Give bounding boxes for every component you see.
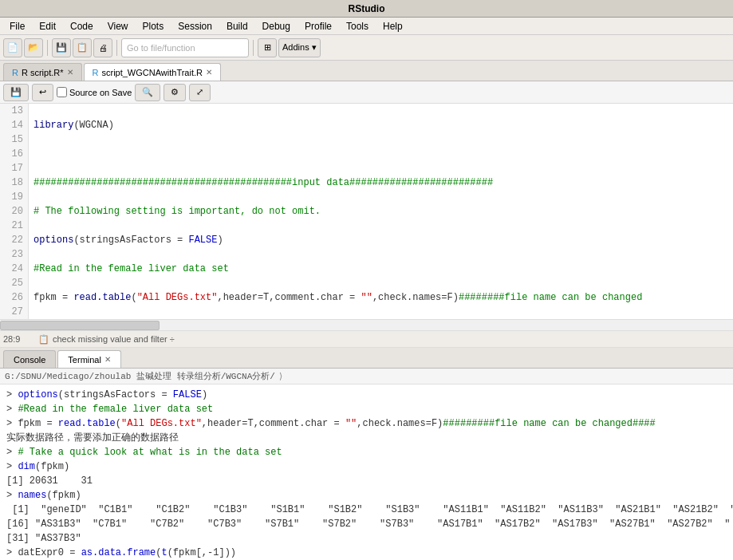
code-line-19: fpkm = read.table("All DEGs.txt",header=… — [33, 290, 728, 305]
editor: 13 14 15 16 17 18 19 20 21 22 23 24 25 2… — [0, 104, 733, 319]
status-message: check missing value and filter ÷ — [53, 334, 175, 344]
tab-rscript-icon: R — [12, 68, 18, 77]
source-on-save-checkbox[interactable] — [57, 87, 67, 97]
status-bar: 28:9 📋 check missing value and filter ÷ — [0, 330, 733, 348]
line-num: 16 — [5, 147, 23, 161]
line-numbers: 13 14 15 16 17 18 19 20 21 22 23 24 25 2… — [0, 104, 29, 319]
line-num: 22 — [5, 233, 23, 247]
terminal-line-7: [1] 20631 31 — [6, 474, 727, 488]
status-icon: 📋 — [38, 334, 49, 345]
menu-session[interactable]: Session — [171, 19, 219, 34]
tab-wgcna[interactable]: R script_WGCNAwithTrait.R ✕ — [84, 63, 221, 81]
line-num: 14 — [5, 118, 23, 132]
app-title: RStudio — [349, 3, 385, 14]
save-all-button[interactable]: 📋 — [73, 38, 92, 57]
code-line-18: #Read in the female liver data set — [33, 262, 728, 276]
separator-3 — [253, 40, 254, 56]
terminal-line-8: > names(fpkm) — [6, 488, 727, 503]
line-num: 21 — [5, 219, 23, 233]
tab-terminal[interactable]: Terminal ✕ — [57, 350, 121, 368]
new-file-button[interactable]: 📄 — [3, 38, 22, 57]
addins-button[interactable]: Addins ▾ — [278, 38, 321, 57]
line-num: 17 — [5, 161, 23, 175]
menu-edit[interactable]: Edit — [33, 19, 62, 34]
tab-rscript-label: R script.R* — [22, 68, 64, 77]
terminal-line-2: > #Read in the female liver data set — [6, 402, 727, 416]
line-num: 25 — [5, 276, 23, 290]
save-source-button[interactable]: 💾 — [3, 84, 29, 101]
tabs-bar: R R script.R* ✕ R script_WGCNAwithTrait.… — [0, 61, 733, 81]
terminal-line-11: [31] "AS37B3" — [6, 531, 727, 546]
tab-wgcna-label: script_WGCNAwithTrait.R — [101, 68, 203, 77]
menu-profile[interactable]: Profile — [298, 19, 338, 34]
terminal-output[interactable]: > options(stringsAsFactors = FALSE) > #R… — [0, 385, 733, 560]
goto-placeholder: Go to file/function — [127, 43, 195, 53]
save-button[interactable]: 💾 — [52, 38, 71, 57]
source-on-save-label: Source on Save — [57, 87, 132, 97]
panel-tabs: Console Terminal ✕ — [0, 348, 733, 369]
path-icon: ⟩ — [278, 371, 284, 381]
options-button[interactable]: ⚙ — [164, 84, 186, 101]
path-bar: G:/SDNU/Medicago/zhoulab 盐碱处理 转录组分析/WGCN… — [0, 369, 733, 385]
title-bar: RStudio — [0, 0, 733, 18]
code-line-15: ########################################… — [33, 175, 728, 190]
tab-rscript-close[interactable]: ✕ — [67, 68, 73, 77]
separator-2 — [116, 40, 117, 56]
bottom-panel: Console Terminal ✕ G:/SDNU/Medicago/zhou… — [0, 348, 733, 560]
line-num: 13 — [5, 104, 23, 118]
code-line-14 — [33, 147, 728, 161]
menu-build[interactable]: Build — [220, 19, 254, 34]
tab-terminal-close[interactable]: ✕ — [104, 355, 111, 364]
undo-button[interactable]: ↩ — [32, 84, 53, 101]
menu-bar: File Edit Code View Plots Session Build … — [0, 18, 733, 35]
line-num: 19 — [5, 190, 23, 204]
tab-terminal-label: Terminal — [68, 355, 101, 365]
line-num: 27 — [5, 305, 23, 319]
toolbar: 📄 📂 💾 📋 🖨 Go to file/function ⊞ Addins ▾ — [0, 35, 733, 61]
menu-view[interactable]: View — [101, 19, 135, 34]
cursor-position: 28:9 — [3, 334, 35, 344]
menu-code[interactable]: Code — [64, 19, 100, 34]
goto-file-input[interactable]: Go to file/function — [121, 38, 249, 57]
h-scrollbar[interactable] — [0, 319, 733, 330]
tab-rscript[interactable]: R R script.R* ✕ — [3, 63, 82, 81]
tab-wgcna-icon: R — [93, 68, 99, 77]
terminal-line-6: > dim(fpkm) — [6, 459, 727, 474]
tab-console-label: Console — [14, 355, 45, 365]
code-line-16: # The following setting is important, do… — [33, 204, 728, 219]
menu-debug[interactable]: Debug — [256, 19, 297, 34]
terminal-line-5: > # Take a quick look at what is in the … — [6, 445, 727, 459]
code-line-13: library(WGCNA) — [33, 118, 728, 132]
line-num: 18 — [5, 175, 23, 190]
grid-button[interactable]: ⊞ — [258, 38, 277, 57]
expand-button[interactable]: ⤢ — [189, 84, 211, 101]
separator-1 — [47, 40, 48, 56]
source-toolbar: 💾 ↩ Source on Save 🔍 ⚙ ⤢ — [0, 81, 733, 104]
menu-file[interactable]: File — [3, 19, 31, 34]
terminal-line-4: 实际数据路径，需要添加正确的数据路径 — [6, 431, 727, 445]
line-num: 23 — [5, 247, 23, 262]
code-line-17: options(stringsAsFactors = FALSE) — [33, 233, 728, 247]
terminal-line-12: > datExpr0 = as.data.frame(t(fpkm[,-1])) — [6, 546, 727, 560]
tab-wgcna-close[interactable]: ✕ — [206, 68, 212, 77]
terminal-line-10: [16] "AS31B3" "C7B1" "C7B2" "C7B3" "S7B1… — [6, 517, 727, 531]
open-file-button[interactable]: 📂 — [24, 38, 43, 57]
line-num: 24 — [5, 262, 23, 276]
menu-tools[interactable]: Tools — [340, 19, 375, 34]
terminal-line-9: [1] "geneID" "C1B1" "C1B2" "C1B3" "S1B1"… — [6, 503, 727, 517]
menu-plots[interactable]: Plots — [136, 19, 171, 34]
menu-help[interactable]: Help — [376, 19, 409, 34]
print-button[interactable]: 🖨 — [93, 38, 112, 57]
h-scroll-thumb[interactable] — [0, 321, 160, 330]
search-button[interactable]: 🔍 — [135, 84, 160, 101]
terminal-line-3: > fpkm = read.table("All DEGs.txt",heade… — [6, 416, 727, 431]
code-area[interactable]: library(WGCNA) #########################… — [29, 104, 733, 319]
line-num: 15 — [5, 132, 23, 147]
line-num: 20 — [5, 204, 23, 219]
tab-console[interactable]: Console — [3, 350, 56, 368]
line-num: 26 — [5, 290, 23, 305]
terminal-path: G:/SDNU/Medicago/zhoulab 盐碱处理 转录组分析/WGCN… — [5, 370, 275, 382]
terminal-line-1: > options(stringsAsFactors = FALSE) — [6, 388, 727, 402]
